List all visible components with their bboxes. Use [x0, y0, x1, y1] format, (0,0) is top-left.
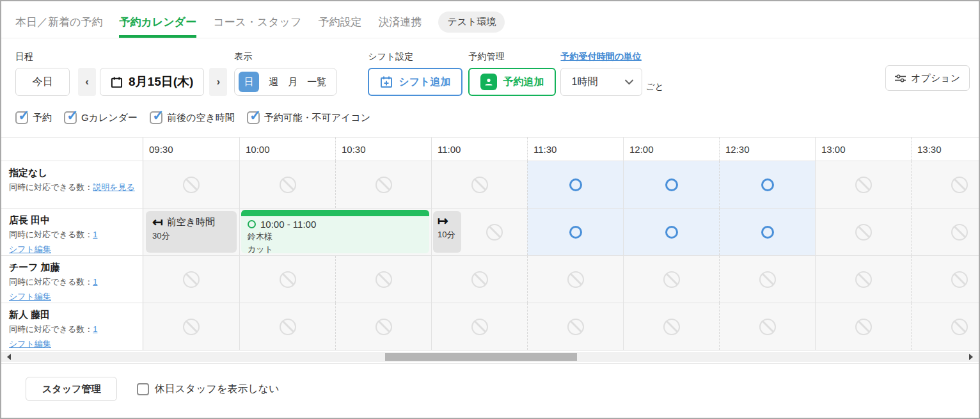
slot-cell[interactable]	[815, 209, 911, 255]
time-unit-select[interactable]: 1時間	[560, 68, 642, 96]
view-option-week[interactable]: 週	[269, 76, 278, 88]
time-header-cell: 11:00	[431, 138, 527, 161]
capacity-label: 同時に対応できる数：	[9, 230, 93, 239]
slot-cell[interactable]	[527, 256, 623, 303]
slot-cell[interactable]: ↦10分	[431, 209, 527, 255]
shift-edit-link[interactable]: シフト編集	[9, 291, 51, 303]
available-icon	[569, 178, 582, 191]
slot-cell[interactable]	[143, 303, 239, 350]
booking-add-label: 予約追加	[503, 75, 544, 89]
next-day-button[interactable]: ›	[209, 68, 227, 96]
slot-cell[interactable]	[335, 303, 431, 350]
unavailable-icon	[280, 271, 296, 288]
slot-cell[interactable]	[815, 303, 911, 350]
slot-cell[interactable]	[335, 161, 431, 208]
slot-rest-area	[461, 224, 527, 241]
slot-cell[interactable]	[719, 256, 815, 303]
checkbox-checked-icon	[64, 111, 77, 124]
slot-cell[interactable]	[911, 303, 979, 350]
filter-gcalendar[interactable]: Gカレンダー	[64, 111, 138, 124]
gap-after-line: ↦	[438, 214, 457, 227]
filter-gap-times[interactable]: 前後の空き時間	[150, 111, 235, 124]
capacity-value-link[interactable]: 1	[93, 230, 97, 239]
slot-cell[interactable]	[623, 209, 719, 255]
horizontal-scrollbar[interactable]	[1, 352, 979, 362]
slot-cell[interactable]	[527, 209, 623, 255]
slot-cell[interactable]: ↤前空き時間30分	[143, 209, 239, 255]
options-button[interactable]: オプション	[885, 65, 970, 91]
appointment-block[interactable]: 10:00 - 11:00鈴木様カット	[241, 210, 429, 253]
slot-cell[interactable]	[719, 161, 815, 208]
slot-cell[interactable]	[527, 303, 623, 350]
unavailable-icon	[663, 271, 680, 288]
scroll-left-arrow-icon[interactable]	[4, 354, 11, 360]
slot-cell[interactable]	[431, 303, 527, 350]
slot-cell[interactable]	[911, 209, 979, 255]
shift-edit-link[interactable]: シフト編集	[9, 338, 51, 350]
slot-cell[interactable]	[623, 303, 719, 350]
time-header-cell: 13:00	[815, 138, 911, 161]
tab-payment-integration[interactable]: 決済連携	[378, 15, 422, 38]
header-spacer	[1, 138, 143, 161]
slot-cell[interactable]	[335, 256, 431, 303]
shift-add-button[interactable]: シフト追加	[368, 68, 462, 96]
capacity-value-link[interactable]: 1	[93, 277, 97, 287]
unavailable-icon	[951, 271, 968, 288]
slot-cell[interactable]: 10:00 - 11:00鈴木様カット	[239, 209, 431, 255]
unavailable-icon	[471, 271, 488, 288]
slot-cell[interactable]	[719, 209, 815, 255]
slot-cell[interactable]	[143, 256, 239, 303]
view-option-list[interactable]: 一覧	[307, 76, 326, 88]
slot-cell[interactable]	[431, 256, 527, 303]
available-icon	[665, 178, 678, 191]
staff-name: 指定なし	[9, 167, 135, 179]
staff-management-button[interactable]: スタッフ管理	[26, 377, 117, 401]
slot-cell[interactable]	[239, 256, 335, 303]
slot-cell[interactable]	[815, 161, 911, 208]
available-icon	[569, 226, 582, 239]
hide-holiday-staff-toggle[interactable]: 休日スタッフを表示しない	[137, 383, 279, 396]
tab-booking-settings[interactable]: 予約設定	[318, 15, 361, 38]
time-header-cell: 13:30	[911, 138, 979, 161]
slot-cell[interactable]	[815, 256, 911, 303]
unavailable-icon	[471, 177, 488, 193]
slot-cell[interactable]	[143, 161, 239, 208]
slot-cell[interactable]	[239, 161, 335, 208]
unit-suffix-label: ごと	[645, 81, 664, 93]
booking-add-button[interactable]: 予約追加	[468, 68, 556, 96]
tab-booking-calendar[interactable]: 予約カレンダー	[119, 15, 196, 38]
view-option-month[interactable]: 月	[288, 76, 297, 88]
filter-availability-icons[interactable]: 予約可能・不可アイコン	[247, 111, 370, 124]
tab-course-staff[interactable]: コース・スタッフ	[213, 15, 301, 38]
unavailable-icon	[183, 319, 200, 335]
slot-cell[interactable]	[719, 303, 815, 350]
slot-cell[interactable]	[431, 161, 527, 208]
date-picker[interactable]: 8月15日(木)	[100, 68, 204, 96]
scrollbar-thumb[interactable]	[385, 353, 577, 361]
capacity-line: 同時に対応できる数：1	[9, 229, 135, 241]
gap-after-duration: 10分	[438, 229, 457, 241]
view-option-day[interactable]: 日	[239, 72, 259, 92]
slot-cell[interactable]	[239, 303, 335, 350]
slot-cell[interactable]	[911, 161, 979, 208]
unavailable-icon	[567, 271, 584, 288]
capacity-label: 同時に対応できる数：	[9, 324, 93, 334]
booking-time-unit-link[interactable]: 予約受付時間の単位	[560, 51, 664, 63]
today-button[interactable]: 今日	[15, 68, 70, 96]
tab-today-new-bookings[interactable]: 本日／新着の予約	[15, 15, 102, 38]
appointment-time: 10:00 - 11:00	[260, 219, 316, 230]
slot-cell[interactable]	[911, 256, 979, 303]
scroll-right-arrow-icon[interactable]	[969, 354, 976, 360]
capacity-value-link[interactable]: 1	[93, 324, 97, 334]
time-header-cell: 12:30	[719, 138, 815, 161]
shift-add-label: シフト追加	[399, 75, 450, 89]
slot-cell[interactable]	[623, 256, 719, 303]
capacity-help-link[interactable]: 説明を見る	[93, 182, 135, 192]
filter-bookings[interactable]: 予約	[15, 111, 52, 124]
view-section: 表示 日 週 月 一覧	[234, 51, 337, 96]
prev-day-button[interactable]: ‹	[78, 68, 96, 96]
staff-row-label: チーフ 加藤同時に対応できる数：1シフト編集	[1, 256, 143, 303]
slot-cell[interactable]	[527, 161, 623, 208]
slot-cell[interactable]	[623, 161, 719, 208]
shift-edit-link[interactable]: シフト編集	[9, 244, 51, 255]
